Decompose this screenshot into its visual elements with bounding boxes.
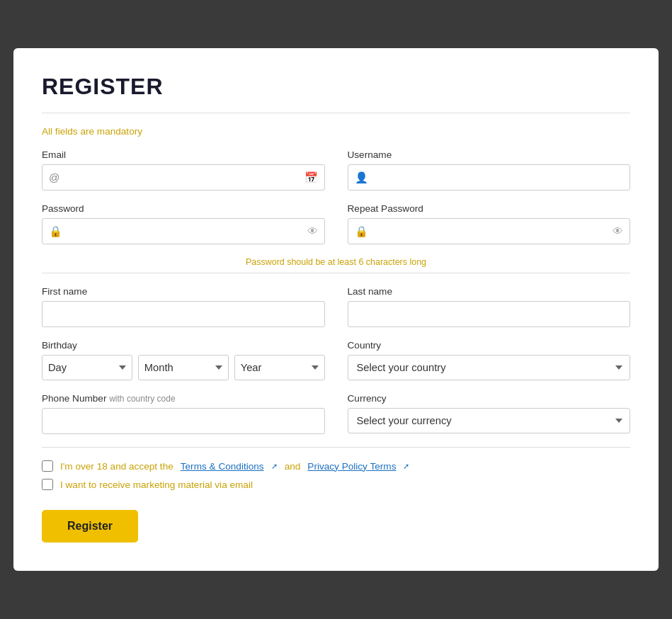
last-name-label: Last name	[348, 286, 631, 297]
currency-select[interactable]: Select your currency	[348, 408, 631, 433]
first-name-label: First name	[42, 286, 325, 297]
email-username-row: Email @ 📅 Username 👤	[42, 149, 630, 191]
page-title: REGISTER	[42, 74, 630, 100]
username-label: Username	[348, 149, 631, 160]
last-name-input[interactable]	[348, 301, 631, 327]
username-group: Username 👤	[348, 149, 631, 191]
first-name-input[interactable]	[42, 301, 325, 327]
email-group: Email @ 📅	[42, 149, 325, 191]
country-select[interactable]: Select your country	[348, 355, 631, 380]
terms-checkbox[interactable]	[42, 460, 53, 472]
password-hint: Password should be at least 6 characters…	[42, 257, 630, 267]
birthday-group: Birthday Day Month Year	[42, 340, 325, 380]
register-card: REGISTER All fields are mandatory Email …	[13, 48, 659, 571]
last-name-group: Last name	[348, 286, 631, 327]
register-button[interactable]: Register	[42, 510, 138, 543]
bottom-divider	[42, 447, 630, 448]
country-group: Country Select your country	[348, 340, 631, 380]
email-input-wrapper: @ 📅	[42, 164, 325, 191]
external-link-icon-2: ➚	[403, 462, 409, 471]
birthday-selects: Day Month Year	[42, 355, 325, 380]
email-label: Email	[42, 149, 325, 160]
privacy-link[interactable]: Privacy Policy Terms	[307, 461, 396, 472]
currency-group: Currency Select your currency	[348, 393, 631, 434]
password-input-wrapper: 🔒 👁	[42, 218, 325, 244]
terms-text-mid: and	[285, 461, 301, 472]
birthday-country-row: Birthday Day Month Year Country Select y…	[42, 340, 630, 380]
eye-icon[interactable]: 👁	[307, 225, 318, 237]
mandatory-note: All fields are mandatory	[42, 126, 630, 137]
birthday-month-select[interactable]: Month	[138, 355, 229, 380]
country-label: Country	[348, 340, 631, 351]
phone-group: Phone Number with country code	[42, 393, 325, 434]
marketing-checkbox[interactable]	[42, 479, 53, 490]
terms-row: I'm over 18 and accept the Terms & Condi…	[42, 460, 630, 472]
password-group: Password 🔒 👁	[42, 203, 325, 244]
email-vcard-icon: 📅	[304, 171, 318, 184]
username-input[interactable]	[348, 164, 631, 191]
eye-icon-2[interactable]: 👁	[613, 225, 623, 237]
email-input[interactable]	[42, 164, 325, 191]
repeat-password-group: Repeat Password 🔒 👁	[348, 203, 631, 244]
birthday-day-select[interactable]: Day	[42, 355, 132, 380]
phone-currency-row: Phone Number with country code Currency …	[42, 393, 630, 434]
phone-label: Phone Number with country code	[42, 393, 325, 404]
name-row: First name Last name	[42, 286, 630, 327]
currency-label: Currency	[348, 393, 631, 404]
marketing-row: I want to receive marketing material via…	[42, 479, 630, 490]
birthday-label: Birthday	[42, 340, 325, 351]
repeat-password-input-wrapper: 🔒 👁	[348, 218, 631, 244]
birthday-year-select[interactable]: Year	[234, 355, 325, 380]
section-divider	[42, 273, 630, 273]
external-link-icon-1: ➚	[271, 462, 278, 471]
first-name-group: First name	[42, 286, 325, 327]
password-input[interactable]	[42, 218, 325, 244]
marketing-text: I want to receive marketing material via…	[60, 479, 253, 490]
repeat-password-label: Repeat Password	[348, 203, 631, 214]
username-input-wrapper: 👤	[348, 164, 631, 191]
title-divider	[42, 113, 630, 113]
phone-input[interactable]	[42, 408, 325, 434]
password-row: Password 🔒 👁 Repeat Password 🔒 👁	[42, 203, 630, 244]
password-label: Password	[42, 203, 325, 214]
terms-link[interactable]: Terms & Conditions	[181, 461, 264, 472]
repeat-password-input[interactable]	[348, 218, 631, 244]
terms-text-pre: I'm over 18 and accept the	[60, 461, 173, 472]
